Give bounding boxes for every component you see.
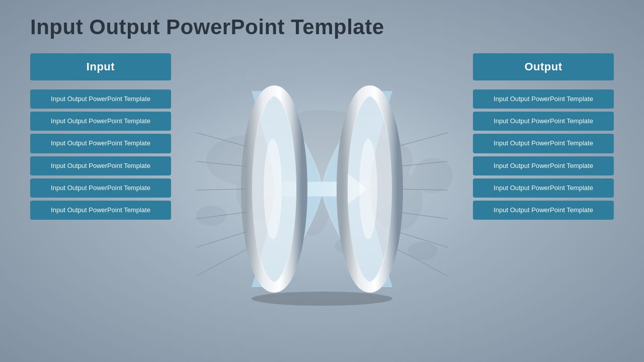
left-connector-1 <box>196 133 247 146</box>
left-connector-6 <box>196 249 247 276</box>
left-item-1: Input Output PowerPoint Template <box>30 89 171 109</box>
left-column: Input Input Output PowerPoint Template I… <box>30 53 171 221</box>
left-item-4: Input Output PowerPoint Template <box>30 156 171 175</box>
output-header: Output <box>473 53 614 80</box>
right-connector-4 <box>397 212 448 219</box>
main-layout: Input Input Output PowerPoint Template I… <box>30 53 614 335</box>
right-item-2: Input Output PowerPoint Template <box>473 112 614 131</box>
right-item-5: Input Output PowerPoint Template <box>473 178 614 198</box>
slide-title: Input Output PowerPoint Template <box>30 15 614 39</box>
right-item-1: Input Output PowerPoint Template <box>473 89 614 109</box>
right-connector-6 <box>397 249 448 276</box>
right-item-4: Input Output PowerPoint Template <box>473 156 614 175</box>
right-connector-3 <box>397 189 448 190</box>
right-connector-1 <box>397 133 448 146</box>
input-header: Input <box>30 53 171 80</box>
left-item-6: Input Output PowerPoint Template <box>30 201 171 220</box>
right-connector-5 <box>397 232 448 247</box>
right-connector-2 <box>397 161 448 166</box>
left-item-5: Input Output PowerPoint Template <box>30 178 171 198</box>
left-connector-4 <box>196 212 247 219</box>
slide: Input Output PowerPoint Template Input I… <box>0 0 644 362</box>
right-column: Output Input Output PowerPoint Template … <box>473 53 614 221</box>
left-connector-2 <box>196 161 247 166</box>
funnel-shadow <box>252 292 392 306</box>
right-item-3: Input Output PowerPoint Template <box>473 134 614 153</box>
left-item-3: Input Output PowerPoint Template <box>30 134 171 153</box>
center-funnel-area <box>196 53 448 325</box>
left-ellipse-highlight <box>264 139 282 239</box>
funnel-svg <box>196 63 448 315</box>
right-ellipse-highlight <box>359 139 377 239</box>
left-item-2: Input Output PowerPoint Template <box>30 112 171 131</box>
left-connector-3 <box>196 189 247 190</box>
left-connector-5 <box>196 232 247 247</box>
right-item-6: Input Output PowerPoint Template <box>473 201 614 220</box>
